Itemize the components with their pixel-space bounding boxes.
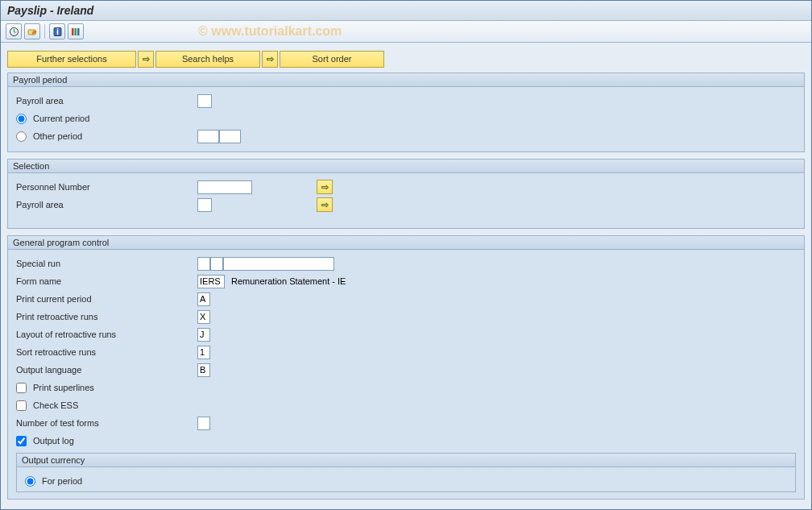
list-button[interactable]: [68, 23, 84, 39]
other-period-input-1[interactable]: [197, 130, 219, 143]
output-log-option[interactable]: Output log: [16, 436, 197, 446]
current-period-radio[interactable]: [16, 114, 27, 124]
group-title: Output currency: [17, 454, 795, 467]
label-layout-retro-runs: Layout of retroactive runs: [16, 330, 197, 339]
other-period-radio[interactable]: [16, 131, 27, 142]
payroll-area-sel-input[interactable]: [197, 198, 212, 212]
search-helps-button[interactable]: Search helps: [155, 51, 260, 68]
print-current-period-input[interactable]: [197, 292, 210, 306]
label-sort-retro-runs: Sort retroactive runs: [16, 347, 197, 357]
check-ess-option[interactable]: Check ESS: [16, 400, 197, 411]
label-payroll-area: Payroll area: [16, 96, 197, 106]
print-retro-runs-input[interactable]: [197, 310, 210, 324]
execute-button[interactable]: [6, 23, 22, 39]
current-period-label: Current period: [33, 114, 89, 123]
watermark: © www.tutorialkart.com: [198, 24, 342, 39]
variant-button[interactable]: [24, 23, 40, 39]
clock-icon: [9, 27, 19, 37]
page-title: Payslip - Ireland: [1, 1, 811, 21]
svg-rect-6: [77, 28, 80, 35]
label-form-name: Form name: [16, 276, 197, 286]
info-button[interactable]: i: [49, 23, 65, 39]
arrow-right-icon: ⇨: [321, 200, 329, 210]
info-icon: i: [52, 27, 63, 37]
label-special-run: Special run: [16, 259, 197, 268]
label-payroll-area-sel: Payroll area: [16, 200, 197, 209]
selection-buttons: Further selections ⇨ Search helps ⇨ Sort…: [7, 51, 805, 68]
svg-rect-5: [74, 28, 77, 35]
sort-order-button[interactable]: Sort order: [280, 51, 384, 68]
output-log-label: Output log: [33, 436, 74, 446]
print-superlines-label: Print superlines: [33, 383, 94, 392]
group-general-program-control: General program control Special run Form…: [7, 235, 805, 500]
print-superlines-option[interactable]: Print superlines: [16, 383, 197, 393]
arrow-right-icon: ⇨: [321, 182, 329, 193]
for-period-label: For period: [42, 476, 82, 486]
further-selections-button[interactable]: Further selections: [7, 51, 136, 68]
toolbar-separator: [44, 24, 45, 39]
label-personnel-number: Personnel Number: [16, 182, 197, 192]
print-superlines-checkbox[interactable]: [16, 383, 27, 393]
sort-order-arrow[interactable]: ⇨: [262, 51, 278, 68]
special-run-input-1[interactable]: [197, 257, 210, 271]
arrow-right-icon: ⇨: [143, 54, 150, 64]
check-ess-checkbox[interactable]: [16, 400, 27, 411]
check-ess-label: Check ESS: [33, 400, 78, 410]
sort-retro-runs-input[interactable]: [197, 346, 210, 359]
app-toolbar: i © www.tutorialkart.com: [1, 21, 811, 43]
group-selection: Selection Personnel Number ⇨ Payroll are…: [7, 159, 805, 229]
group-payroll-period: Payroll period Payroll area Current peri…: [7, 73, 805, 152]
for-period-option[interactable]: For period: [25, 476, 206, 487]
label-print-retro-runs: Print retroactive runs: [16, 312, 197, 321]
folder-export-icon: [27, 27, 38, 37]
number-test-forms-input[interactable]: [197, 417, 210, 430]
other-period-input-2[interactable]: [219, 130, 241, 143]
multiple-selection-button[interactable]: ⇨: [317, 180, 333, 194]
search-helps-arrow[interactable]: ⇨: [138, 51, 154, 68]
personnel-number-input[interactable]: [197, 180, 252, 194]
group-title: Selection: [8, 160, 804, 173]
output-log-checkbox[interactable]: [16, 436, 27, 446]
svg-text:i: i: [56, 27, 58, 36]
form-name-desc: Remuneration Statement - IE: [231, 276, 346, 286]
other-period-label: Other period: [33, 131, 82, 141]
group-output-currency: Output currency For period: [16, 453, 796, 492]
other-period-option[interactable]: Other period: [16, 131, 197, 142]
bar-list-icon: [71, 27, 81, 37]
form-name-input[interactable]: [197, 275, 225, 288]
group-title: General program control: [8, 236, 804, 250]
for-period-radio[interactable]: [25, 476, 35, 487]
multiple-selection-button[interactable]: ⇨: [317, 197, 333, 212]
group-title: Payroll period: [8, 73, 804, 87]
label-output-language: Output language: [16, 365, 197, 375]
special-run-input-2[interactable]: [210, 257, 223, 271]
payroll-area-input[interactable]: [197, 94, 212, 108]
label-print-current-period: Print current period: [16, 294, 197, 304]
current-period-option[interactable]: Current period: [16, 114, 197, 124]
layout-retro-runs-input[interactable]: [197, 328, 210, 342]
svg-rect-4: [72, 28, 74, 35]
arrow-right-icon: ⇨: [267, 54, 274, 64]
special-run-input-3[interactable]: [223, 257, 334, 271]
label-number-test-forms: Number of test forms: [16, 418, 197, 428]
output-language-input[interactable]: [197, 363, 210, 377]
